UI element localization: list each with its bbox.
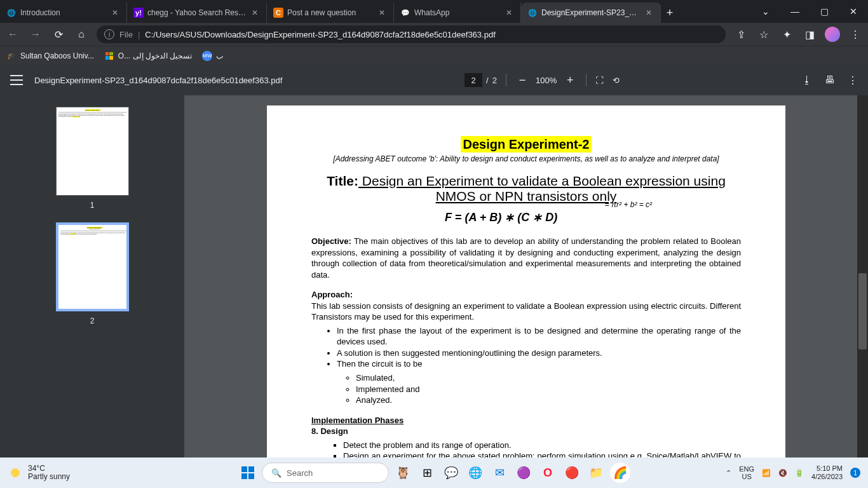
zoom-in-button[interactable]: + [563,73,577,87]
system-tray: ⌃ ENG US 📶 🔇 🔋 5:10 PM 4/26/2023 1 [726,464,860,481]
fit-page-icon[interactable]: ⛶ [595,76,604,85]
rotate-icon[interactable]: ⟲ [613,76,620,85]
bookmark-sultan-qaboos[interactable]: 🎓 Sultan Qaboos Univ... [6,51,94,61]
formula: F = (A + B) ∗ (C ∗ D) = πr² + b² = c² [311,210,741,224]
close-icon[interactable]: ✕ [377,8,387,18]
close-icon[interactable]: ✕ [504,8,514,18]
maximize-button[interactable]: ▢ [810,0,839,23]
wifi-icon[interactable]: 📶 [762,469,771,477]
tab-title: chegg - Yahoo Search Result [147,8,246,17]
pdf-page: Design Experiment-2 [Addressing ABET out… [267,105,785,458]
teams-icon[interactable]: 💬 [441,463,461,483]
tab-title: Post a new question [287,8,373,17]
back-button[interactable]: ← [5,27,20,42]
tray-expand-icon[interactable]: ⌃ [726,469,731,477]
minimize-button[interactable]: ― [780,0,810,23]
chrome-icon[interactable]: 🔴 [562,463,582,483]
bookmark-star-icon[interactable]: ☆ [756,27,771,42]
tab-chegg[interactable]: y! chegg - Yahoo Search Result ✕ [127,3,267,23]
browser-titlebar: 🌐 Introduction ✕ y! chegg - Yahoo Search… [0,0,868,23]
tab-title: DesignExperiment-SP23_d16 [541,8,640,17]
page-area[interactable]: Design Experiment-2 [Addressing ABET out… [184,95,868,458]
thumbnail-panel[interactable]: Design Experiment-1 Lorem ipsum dolor si… [0,95,184,458]
taskbar-search[interactable]: 🔍 Search [262,463,389,483]
chrome-active-icon[interactable]: 🌈 [610,463,630,483]
explorer-icon[interactable]: 📁 [586,463,606,483]
clock[interactable]: 5:10 PM 4/26/2023 [811,464,843,481]
owl-icon[interactable]: 🦉 [393,463,413,483]
bookmark-microsoft-login[interactable]: O... تسجيل الدخول إلى [104,51,192,61]
tab-whatsapp[interactable]: 💬 WhatsApp ✕ [394,3,521,23]
home-button[interactable]: ⌂ [74,27,89,42]
tab-post-question[interactable]: C Post a new question ✕ [267,3,394,23]
formula-side: = πr² + b² = c² [605,200,652,209]
yahoo-icon: y! [133,8,144,18]
start-button[interactable] [238,463,258,483]
app-icon[interactable]: 🟣 [513,463,534,483]
thumbnail-label: 2 [11,316,173,325]
whatsapp-icon: 💬 [400,8,410,18]
close-icon[interactable]: ✕ [644,8,654,18]
tab-title: WhatsApp [414,8,500,17]
search-placeholder: Search [287,468,313,478]
taskbar-center: 🔍 Search 🦉 ⊞ 💬 🌐 ✉ 🟣 O 🔴 📁 🌈 [238,463,630,483]
opera-icon[interactable]: O [538,463,558,483]
approach-sub: Simulated, [356,372,741,384]
download-button[interactable]: ⭳ [802,74,812,86]
bookmark-label: O... تسجيل الدخول إلى [118,51,192,60]
reload-button[interactable]: ⟳ [51,27,66,42]
thumbnail-page-2[interactable]: Design Experiment-2 Addressing ABET outc… [56,222,129,311]
impl-label: Implementation Phases [311,416,403,425]
page-separator: / [486,76,489,85]
forward-button[interactable]: → [28,27,43,42]
close-icon[interactable]: ✕ [110,8,120,18]
language-2: US [739,473,754,480]
print-button[interactable]: 🖶 [825,74,835,86]
formula-main: F = (A + B) ∗ (C ∗ D) [445,211,557,224]
zoom-out-button[interactable]: − [515,73,529,87]
page-total: 2 [492,76,497,85]
task-view-icon[interactable]: ⊞ [417,463,437,483]
share-icon[interactable]: ⇪ [733,27,749,42]
chevron-down-icon[interactable]: ⌄ [751,0,780,23]
language-1[interactable]: ENG [739,465,754,473]
menu-icon[interactable]: ⋮ [848,27,863,42]
profile-avatar[interactable] [825,27,840,42]
weather-widget[interactable]: 34°C Partly sunny [8,464,70,481]
side-panel-icon[interactable]: ◨ [802,27,817,42]
tab-design-experiment[interactable]: 🌐 DesignExperiment-SP23_d16 ✕ [521,3,661,23]
date: 4/26/2023 [811,473,843,481]
info-icon[interactable]: i [104,29,114,39]
volume-icon[interactable]: 🔇 [778,469,787,477]
scrollbar[interactable] [857,95,868,458]
mail-icon[interactable]: ✉ [489,463,510,483]
edge-icon[interactable]: 🌐 [465,463,485,483]
menu-icon[interactable] [10,75,23,85]
thumbnail-page-1[interactable]: Design Experiment-1 Lorem ipsum dolor si… [56,107,129,196]
bookmark-label: Sultan Qaboos Univ... [20,51,94,60]
battery-icon[interactable]: 🔋 [795,469,804,477]
new-tab-button[interactable]: + [661,3,679,23]
extensions-icon[interactable]: ✦ [779,27,794,42]
title-label: Title: [327,173,358,188]
tab-title: Introduction [20,8,106,17]
bookmark-icon: 🎓 [6,51,17,61]
microsoft-icon [104,51,114,61]
approach-bullet: Then the circuit is to be Simulated, Imp… [337,358,741,405]
tab-introduction[interactable]: 🌐 Introduction ✕ [0,3,127,23]
divider [506,74,506,86]
bookmarks-bar: 🎓 Sultan Qaboos Univ... O... تسجيل الدخو… [0,46,868,65]
title-text: Design an Experiment to validate a Boole… [358,173,726,203]
bookmark-b[interactable]: MW ب [202,51,223,61]
close-window-button[interactable]: ✕ [839,0,868,23]
notification-badge[interactable]: 1 [850,468,860,478]
scrollbar-thumb[interactable] [858,273,867,349]
approach-sub: Analyzed. [356,395,741,406]
page-input[interactable] [465,73,482,87]
approach-label: Approach: [311,290,353,299]
more-button[interactable]: ⋮ [848,74,858,86]
address-bar[interactable]: i File | C:/Users/ASUS/Downloads/DesignE… [97,25,726,43]
close-icon[interactable]: ✕ [250,8,260,18]
approach-bullet: A solution is then suggested mentioning/… [337,348,741,359]
thumbnail-label: 1 [11,201,173,210]
